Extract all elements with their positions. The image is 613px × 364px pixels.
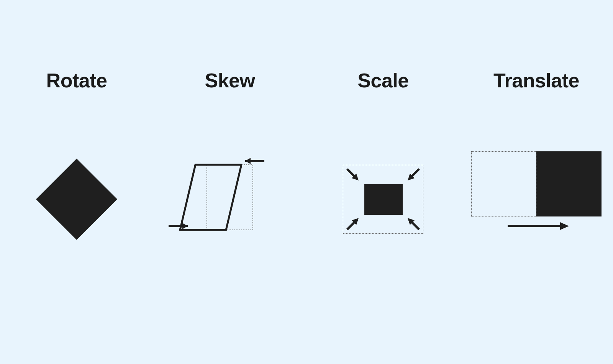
arrow-diag-in-icon [346,167,363,185]
rotate-label: Rotate [46,69,107,92]
arrow-diag-in-icon [346,214,363,231]
skew-label: Skew [205,69,255,92]
svg-marker-15 [560,222,569,230]
svg-marker-1 [180,165,241,230]
scale-figure [318,146,448,253]
arrow-right-icon [506,220,571,232]
skew-diagram-icon [165,146,295,253]
translate-label: Translate [493,69,579,92]
arrow-diag-in-icon [403,214,421,231]
svg-rect-0 [207,165,253,230]
scale-panel: Scale [314,69,452,253]
translate-solid-box-icon [536,151,602,216]
scale-label: Scale [357,69,408,92]
rotate-figure [11,146,142,253]
rotate-square-icon [36,159,117,240]
arrow-left-icon [245,158,264,164]
arrow-right-icon [169,223,188,229]
svg-marker-3 [245,158,251,164]
translate-ghost-box [471,151,536,216]
skew-panel: Skew [161,69,299,253]
rotate-panel: Rotate [8,69,146,253]
translate-figure [471,146,602,253]
skew-figure [165,146,295,253]
scale-inner-box-icon [364,184,403,215]
scale-outer-box [343,165,423,234]
svg-marker-5 [182,223,188,229]
arrow-diag-in-icon [403,167,421,185]
translate-panel: Translate [467,69,605,253]
